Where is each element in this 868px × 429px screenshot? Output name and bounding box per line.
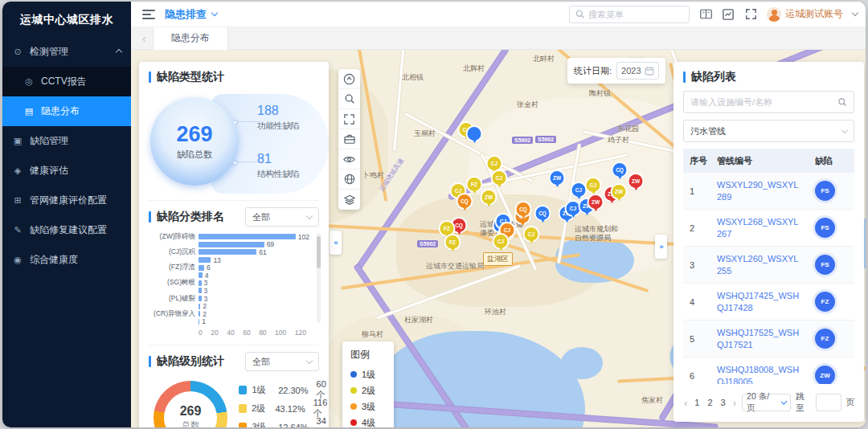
table-row[interactable]: 5 WSHQJ17525_WSHQJ17521 FZ — [683, 321, 854, 358]
map-defect-marker[interactable]: CJ — [525, 227, 538, 241]
defect-badge[interactable]: FS — [815, 218, 835, 238]
map-defect-marker[interactable]: CQ — [452, 219, 466, 232]
table-row[interactable]: 2 WSXYL268_WSXYL267 FS — [683, 210, 854, 247]
defect-badge[interactable]: FS — [815, 181, 835, 201]
fullscreen-icon[interactable] — [744, 8, 757, 21]
rank-bar-value: 13 — [213, 256, 220, 264]
module-title[interactable]: 隐患排查 — [165, 7, 207, 22]
docs-icon[interactable] — [699, 8, 712, 21]
sidebar-item-repair-advice-config-icon[interactable]: ✎ 缺陷修复建议配置 — [2, 215, 131, 245]
map-defect-marker[interactable]: FZ — [440, 222, 454, 235]
facility-search-input[interactable] — [690, 97, 837, 107]
defect-badge[interactable]: ZW — [815, 366, 835, 384]
prev-page-icon[interactable]: ‹ — [683, 397, 688, 409]
jump-page-input[interactable] — [816, 394, 841, 411]
eye-icon[interactable] — [338, 149, 360, 170]
map-defect-marker[interactable]: ZW — [629, 174, 643, 188]
stat-date-picker[interactable]: 2023 — [616, 62, 659, 80]
sidebar-item-hazard-distribution-icon[interactable]: ▤ 隐患分布 — [2, 96, 131, 126]
sidebar-item-health-assess-icon[interactable]: ◈ 健康评估 — [2, 156, 131, 186]
map-defect-marker[interactable]: CJ — [494, 235, 508, 248]
map-defect-marker[interactable]: CJ — [572, 183, 586, 197]
compass-icon[interactable] — [338, 69, 360, 89]
pipeline-id-link[interactable]: WSHQJ17525_WSHQJ17521 — [717, 327, 807, 351]
rank-scrollbar[interactable] — [317, 233, 321, 323]
structural-defect-stat: 81 结构性缺陷 — [257, 152, 326, 180]
menu-search[interactable] — [569, 6, 690, 23]
map-place-label: 北相镇 — [402, 72, 424, 83]
menu-search-input[interactable] — [588, 10, 677, 19]
table-row[interactable]: 6 WSHQJ18008_WSHQJ18005 ZW — [683, 358, 854, 384]
level-filter-select[interactable]: 全部 — [245, 352, 319, 371]
level-color-swatch — [239, 404, 247, 413]
map-defect-marker[interactable]: CQ — [536, 206, 550, 220]
defect-badge[interactable]: FZ — [815, 329, 835, 349]
top-header: 隐患排查 运城测试账号 — [131, 2, 866, 27]
pipeline-id-link[interactable]: WSHQJ18008_WSHQJ18005 — [717, 364, 807, 384]
collapse-left-panel-button[interactable]: « — [330, 231, 342, 255]
legend-dot-icon — [350, 387, 357, 394]
pipeline-id-link[interactable]: WSHQJ17425_WSHQJ17428 — [717, 290, 807, 314]
collapse-menu-icon[interactable] — [142, 10, 155, 19]
map-defect-marker[interactable]: CQ — [517, 202, 530, 216]
functional-defect-label: 功能性缺陷 — [257, 121, 326, 132]
map-defect-marker[interactable]: CJ — [493, 171, 506, 185]
rank-bar — [199, 311, 200, 317]
tab-hazard-distribution[interactable]: 隐患分布 — [153, 27, 228, 50]
search-icon — [837, 97, 847, 107]
sidebar-item-overall-health-icon[interactable]: ◉ 综合健康度 — [2, 245, 131, 275]
page-number[interactable]: 2 — [706, 398, 714, 407]
rank-filter-select[interactable]: 全部 — [245, 207, 319, 227]
pipeline-id-link[interactable]: WSXYL290_WSXYL289 — [717, 179, 807, 203]
sidebar-item-monitor-manage-icon[interactable]: ⊙ 检测管理 — [2, 37, 131, 67]
map-defect-marker[interactable]: ZW — [482, 190, 496, 204]
map-defect-marker[interactable]: CJ — [587, 178, 600, 192]
map-search-icon[interactable] — [338, 89, 360, 109]
next-page-icon[interactable]: › — [732, 397, 737, 409]
rank-section-title: 缺陷分类排名 — [157, 210, 245, 224]
page-number[interactable]: 1 — [693, 398, 701, 407]
map-defect-marker[interactable]: CQ — [613, 163, 627, 177]
rank-bar-row: (CR)异物穿入 2 — [149, 310, 313, 318]
table-row[interactable]: 1 WSXYL290_WSXYL289 FS — [683, 173, 854, 210]
map-place-label: 杜家湖村 — [404, 315, 433, 325]
map-defect-marker[interactable]: ZW — [612, 185, 626, 198]
sidebar-item-cctv-report-icon[interactable]: ◎ CCTV报告 — [2, 67, 131, 96]
map-place-label: 环池村 — [485, 307, 506, 317]
defect-badge[interactable]: FZ — [815, 292, 835, 312]
level-donut-chart: 269 总数 1级 22.30% 60个 — [149, 381, 319, 427]
map-defect-marker[interactable] — [468, 127, 481, 141]
globe-icon[interactable] — [338, 170, 360, 190]
dashboard-icon[interactable] — [722, 8, 735, 21]
type-section-header: 缺陷类型统计 — [149, 70, 319, 84]
map-defect-marker[interactable]: ZW — [551, 171, 564, 185]
map-defect-marker[interactable]: CQ — [458, 194, 472, 208]
pipeline-id-link[interactable]: WSXYL260_WSXYL255 — [717, 253, 807, 277]
sidebar-item-network-health-config-icon[interactable]: ⊞ 管网健康评价配置 — [2, 186, 131, 215]
sidebar-item-icon: ⊙ — [12, 47, 23, 57]
row-index: 4 — [683, 297, 717, 307]
page-number[interactable]: 3 — [719, 398, 727, 407]
map-defect-marker[interactable]: CJ — [488, 157, 502, 170]
layers-icon[interactable] — [338, 190, 360, 210]
pipeline-type-select[interactable]: 污水管线 — [683, 120, 854, 142]
expand-right-panel-button[interactable]: » — [655, 235, 667, 259]
toolbox-icon[interactable] — [338, 129, 360, 149]
defect-badge[interactable]: FS — [815, 255, 835, 275]
table-row[interactable]: 3 WSXYL260_WSXYL255 FS — [683, 247, 854, 284]
map-defect-marker[interactable]: FZ — [446, 235, 460, 249]
tabs-back-icon[interactable]: ‹ — [136, 32, 153, 45]
total-defects-label: 缺陷总数 — [177, 149, 212, 161]
pipeline-id-link[interactable]: WSXYL268_WSXYL267 — [717, 216, 807, 240]
map-defect-marker[interactable]: CJ — [567, 202, 580, 215]
sidebar-item-label: 综合健康度 — [30, 253, 78, 267]
facility-search[interactable] — [683, 91, 854, 113]
map-expand-icon[interactable] — [338, 109, 360, 129]
page-size-select[interactable]: 20 条/页 — [742, 394, 791, 411]
map-defect-marker[interactable]: FZ — [468, 178, 481, 191]
sidebar-item-defect-manage-icon[interactable]: ▣ 缺陷管理 — [2, 126, 131, 156]
map-defect-marker[interactable]: ZW — [589, 195, 603, 209]
rank-bar-value: 61 — [259, 248, 266, 256]
table-row[interactable]: 4 WSHQJ17425_WSHQJ17428 FZ — [683, 284, 854, 321]
account-menu[interactable]: 运城测试账号 — [767, 7, 858, 22]
